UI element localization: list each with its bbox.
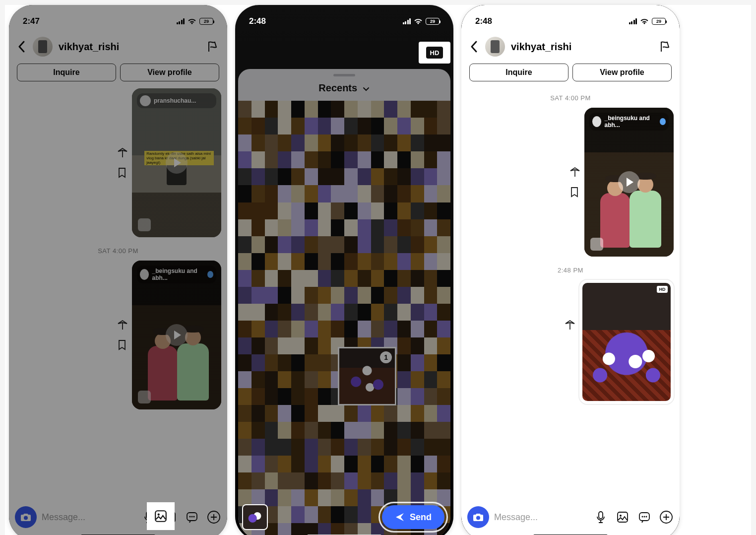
composer: Message... <box>467 506 674 528</box>
message-input[interactable]: Message... <box>494 512 588 523</box>
share-arrow-icon[interactable] <box>565 320 575 331</box>
chat-timestamp: 2:48 PM <box>467 267 674 274</box>
avatar[interactable] <box>485 37 505 57</box>
mic-icon[interactable] <box>141 510 156 525</box>
share-arrow-icon[interactable] <box>117 147 128 158</box>
back-button[interactable] <box>469 40 479 54</box>
status-bar: 2:48 29 <box>235 5 453 32</box>
phone-screen-3: 2:48 29 vikhyat_rishi <box>461 5 680 535</box>
message-sent-image: HD <box>467 280 674 404</box>
message-actions <box>569 167 580 198</box>
reel-card[interactable]: _beingsuku and abh... <box>132 261 221 409</box>
selected-thumbnail[interactable] <box>242 504 268 530</box>
battery-label: 29 <box>204 19 209 24</box>
message-input[interactable]: Message... <box>42 512 136 523</box>
sent-image[interactable]: HD <box>579 280 674 404</box>
status-right: 29 <box>177 18 214 25</box>
action-row: Inquire View profile <box>469 64 672 81</box>
play-icon <box>166 324 188 346</box>
message-reel-2: _beingsuku and abh... <box>467 108 674 257</box>
photo-grid[interactable] <box>238 101 450 535</box>
status-time: 2:47 <box>23 16 40 26</box>
view-profile-button[interactable]: View profile <box>572 64 672 81</box>
bookmark-icon[interactable] <box>117 339 128 350</box>
battery-icon: 29 <box>199 18 213 25</box>
sheet-grabber[interactable] <box>333 74 355 76</box>
cellular-signal-icon <box>403 18 411 24</box>
inquire-button[interactable]: Inquire <box>17 64 116 81</box>
dm-header: vikhyat_rishi <box>461 37 680 57</box>
highlight-send: Send <box>380 503 446 531</box>
composer-icons <box>593 510 674 525</box>
reel-card[interactable]: Randomly ek din uske sath aisa mini vlog… <box>132 88 221 237</box>
cellular-signal-icon <box>629 18 637 24</box>
message-reel-1: Randomly ek din uske sath aisa mini vlog… <box>15 88 221 237</box>
plus-icon[interactable] <box>659 510 674 525</box>
reel-author: _beingsuku and abh... <box>604 115 657 129</box>
composer: Message... <box>15 506 221 528</box>
share-arrow-icon[interactable] <box>117 320 128 331</box>
album-selector[interactable]: Recents <box>238 79 450 101</box>
reel-author: pranshuchau... <box>154 97 196 104</box>
view-profile-button[interactable]: View profile <box>120 64 219 81</box>
send-button[interactable]: Send <box>382 505 444 529</box>
flag-icon[interactable] <box>206 40 219 53</box>
send-label: Send <box>410 512 432 523</box>
status-right: 29 <box>629 18 666 25</box>
share-arrow-icon[interactable] <box>569 167 580 178</box>
dm-header: vikhyat_rishi <box>9 37 227 57</box>
bookmark-icon[interactable] <box>569 187 580 198</box>
camera-button[interactable] <box>467 506 489 528</box>
composer-icons <box>141 510 221 525</box>
status-bar: 2:48 29 <box>461 5 680 32</box>
play-icon <box>618 171 640 193</box>
svg-point-10 <box>620 515 622 517</box>
status-time: 2:48 <box>475 16 492 26</box>
reels-badge-icon <box>138 218 151 231</box>
chat-body[interactable]: SAT 4:00 PM _beingsuku and abh... <box>461 84 680 495</box>
dm-username[interactable]: vikhyat_rishi <box>511 41 653 53</box>
chevron-down-icon <box>362 85 370 93</box>
chat-body[interactable]: Randomly ek din uske sath aisa mini vlog… <box>9 84 227 495</box>
back-button[interactable] <box>17 40 27 54</box>
sticker-icon[interactable] <box>185 510 199 525</box>
status-time: 2:48 <box>249 16 266 26</box>
svg-point-3 <box>189 516 191 518</box>
dm-username[interactable]: vikhyat_rishi <box>59 41 200 53</box>
chat-timestamp: SAT 4:00 PM <box>15 247 221 255</box>
reel-card[interactable]: _beingsuku and abh... <box>584 108 674 257</box>
svg-point-1 <box>167 515 169 517</box>
avatar[interactable] <box>33 37 53 57</box>
message-actions <box>565 320 575 331</box>
gallery-icon[interactable] <box>163 510 178 525</box>
reels-badge-icon <box>138 391 151 403</box>
selected-photo[interactable]: 1 <box>338 347 396 405</box>
svg-rect-9 <box>618 512 628 522</box>
screen-2-surface: 2:48 29 Recents 1 <box>235 5 453 535</box>
message-actions <box>117 147 128 178</box>
sticker-icon[interactable] <box>637 510 652 525</box>
mic-icon[interactable] <box>593 510 608 525</box>
bookmark-icon[interactable] <box>117 167 128 178</box>
inquire-button[interactable]: Inquire <box>469 64 568 81</box>
hd-badge-icon: HD <box>657 286 668 293</box>
svg-rect-0 <box>165 512 175 522</box>
gallery-icon[interactable] <box>615 510 630 525</box>
camera-button[interactable] <box>15 506 37 528</box>
view-profile-label: View profile <box>600 68 644 77</box>
plus-icon[interactable] <box>206 510 221 525</box>
album-title: Recents <box>318 82 357 93</box>
svg-point-5 <box>193 516 195 518</box>
hd-toggle[interactable]: HD <box>419 42 450 64</box>
action-row: Inquire View profile <box>17 64 219 81</box>
gallery-sheet[interactable]: Recents 1 <box>238 69 450 535</box>
battery-label: 29 <box>430 19 435 24</box>
flag-icon[interactable] <box>659 40 672 53</box>
chat-timestamp: SAT 4:00 PM <box>467 94 674 102</box>
svg-point-14 <box>646 516 647 518</box>
reel-author: _beingsuku and abh... <box>152 268 204 281</box>
send-bar: Send <box>235 498 453 535</box>
status-bar: 2:47 29 <box>9 5 227 32</box>
send-plane-icon <box>395 512 405 522</box>
hd-label: HD <box>659 287 666 292</box>
